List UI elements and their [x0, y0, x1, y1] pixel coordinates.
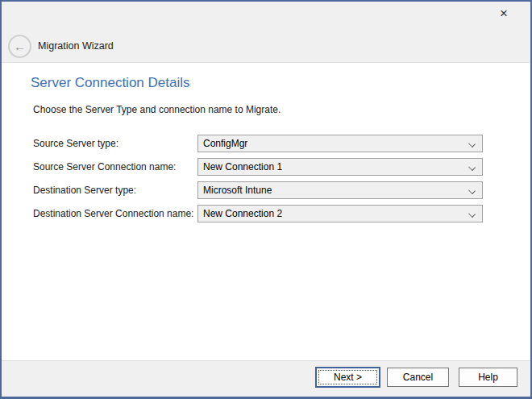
wizard-page-content: Server Connection Details Choose the Ser… — [2, 64, 530, 359]
form-row-source-connection-name: Source Server Connection name: New Conne… — [2, 158, 530, 176]
chevron-down-icon — [469, 211, 476, 218]
form-row-source-server-type: Source Server type: ConfigMgr — [2, 135, 530, 152]
chevron-down-icon — [469, 164, 476, 171]
back-arrow-icon: ← — [14, 40, 26, 52]
dropdown-selected-value: ConfigMgr — [198, 138, 247, 149]
destination-connection-name-label: Destination Server Connection name: — [33, 208, 193, 219]
cancel-button-label: Cancel — [403, 372, 433, 383]
help-button-label: Help — [478, 372, 498, 383]
migration-wizard-window: × ← Migration Wizard Server Connection D… — [0, 0, 532, 399]
destination-server-type-label: Destination Server type: — [33, 185, 136, 196]
form-row-destination-server-type: Destination Server type: Microsoft Intun… — [2, 181, 530, 199]
next-button[interactable]: Next > — [315, 367, 380, 388]
dropdown-selected-value: Microsoft Intune — [198, 185, 272, 196]
close-icon: × — [500, 6, 508, 22]
page-description: Choose the Server Type and connection na… — [33, 104, 281, 115]
dropdown-selected-value: New Connection 1 — [198, 161, 282, 172]
form-row-destination-connection-name: Destination Server Connection name: New … — [2, 205, 530, 222]
destination-connection-name-dropdown[interactable]: New Connection 2 — [197, 205, 483, 222]
wizard-title: Migration Wizard — [38, 40, 114, 52]
cancel-button[interactable]: Cancel — [387, 368, 449, 387]
source-server-type-dropdown[interactable]: ConfigMgr — [197, 135, 483, 152]
source-server-type-label: Source Server type: — [33, 138, 118, 149]
chevron-down-icon — [469, 188, 476, 194]
dropdown-selected-value: New Connection 2 — [198, 208, 282, 219]
source-connection-name-label: Source Server Connection name: — [33, 161, 176, 172]
source-connection-name-dropdown[interactable]: New Connection 1 — [197, 158, 483, 176]
page-title: Server Connection Details — [31, 75, 189, 91]
wizard-footer: Next > Cancel Help — [2, 360, 530, 397]
help-button[interactable]: Help — [459, 368, 517, 387]
wizard-header: × ← Migration Wizard — [2, 2, 530, 63]
chevron-down-icon — [469, 141, 476, 148]
back-button[interactable]: ← — [8, 35, 31, 58]
next-button-label: Next > — [334, 372, 362, 383]
destination-server-type-dropdown[interactable]: Microsoft Intune — [197, 181, 483, 199]
close-button[interactable]: × — [490, 3, 517, 24]
